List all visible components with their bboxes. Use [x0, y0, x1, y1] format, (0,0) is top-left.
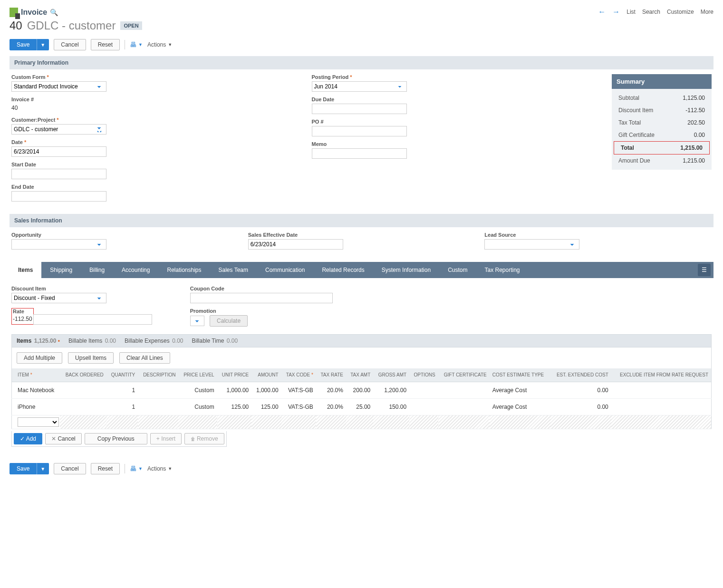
summary-header: Summary — [612, 74, 712, 89]
customer-name: GDLC - customer — [27, 19, 116, 32]
upsell-items-button[interactable]: Upsell Items — [68, 352, 114, 364]
memo-input[interactable] — [312, 148, 407, 159]
nav-back-icon[interactable]: ← — [598, 8, 606, 16]
actions-menu[interactable]: Actions ▼ — [147, 41, 172, 48]
th-price-level[interactable]: PRICE LEVEL — [178, 368, 217, 382]
invoice-no-value: 40 — [11, 104, 302, 112]
invoice-icon — [10, 8, 18, 17]
th-unit-price[interactable]: UNIT PRICE — [217, 368, 252, 382]
start-date-label: Start Date — [11, 162, 302, 167]
subtab-billable-time[interactable]: Billable Time 0.00 — [192, 337, 238, 344]
promotion-select[interactable] — [190, 316, 204, 326]
reset-button[interactable]: Reset — [91, 39, 120, 50]
actions-menu-bottom[interactable]: Actions ▼ — [147, 465, 172, 472]
nav-customize[interactable]: Customize — [667, 9, 694, 15]
subtab-billable-items[interactable]: Billable Items 0.00 — [68, 337, 116, 344]
cancel-button-bottom[interactable]: Cancel — [54, 463, 86, 474]
th-gift-cert[interactable]: GIFT CERTIFICATE — [438, 368, 490, 382]
summary-discount-label: Discount Item — [618, 107, 653, 114]
subtab-items[interactable]: Items 1,125.00 • — [17, 337, 60, 344]
th-cost-est-type[interactable]: COST ESTIMATE TYPE — [490, 368, 550, 382]
top-actions: ← → List Search Customize More — [598, 8, 713, 16]
table-row[interactable]: iPhone 1 Custom 125.00 125.00 VAT:S-GB 2… — [12, 399, 712, 415]
save-button-bottom[interactable]: Save — [10, 463, 37, 474]
print-dropdown-caret-bottom[interactable]: ▼ — [138, 466, 143, 471]
th-gross-amt[interactable]: GROSS AMT — [373, 368, 409, 382]
print-dropdown-caret[interactable]: ▼ — [138, 42, 143, 47]
new-line-item-select[interactable] — [18, 417, 59, 427]
th-exclude[interactable]: EXCLUDE ITEM FROM RATE REQUEST — [611, 368, 712, 382]
custom-form-select[interactable]: Standard Product Invoice — [11, 81, 106, 92]
divider — [125, 40, 125, 49]
invoice-no-label: Invoice # — [11, 96, 302, 102]
tab-shipping[interactable]: Shipping — [41, 262, 81, 278]
date-input[interactable] — [11, 146, 106, 157]
th-back-ordered[interactable]: BACK ORDERED — [60, 368, 106, 382]
calculate-button[interactable]: Calculate — [210, 315, 248, 327]
actions-label: Actions — [147, 41, 166, 48]
tab-communication[interactable]: Communication — [257, 262, 313, 278]
th-tax-rate[interactable]: TAX RATE — [316, 368, 346, 382]
th-quantity[interactable]: QUANTITY — [106, 368, 138, 382]
search-icon[interactable]: 🔍 — [50, 9, 58, 16]
print-icon-bottom[interactable]: 🖶 — [130, 465, 136, 472]
tab-custom[interactable]: Custom — [439, 262, 476, 278]
row-copy-previous-button[interactable]: Copy Previous — [85, 433, 147, 444]
add-multiple-button[interactable]: Add Multiple — [17, 352, 62, 364]
table-row[interactable]: Mac Notebook 1 Custom 1,000.00 1,000.00 … — [12, 382, 712, 399]
posting-period-select[interactable]: Jun 2014 — [312, 81, 407, 92]
opportunity-select[interactable] — [11, 239, 106, 250]
lead-source-select[interactable] — [484, 239, 579, 250]
nav-forward-icon[interactable]: → — [612, 8, 620, 16]
save-dropdown-bottom[interactable]: ▼ — [37, 463, 49, 474]
end-date-input[interactable] — [11, 191, 106, 202]
discount-item-select[interactable]: Discount - Fixed — [11, 293, 106, 303]
tab-relationships[interactable]: Relationships — [158, 262, 210, 278]
table-entry-row[interactable] — [12, 415, 712, 429]
save-dropdown[interactable]: ▼ — [37, 39, 49, 50]
tab-sales-team[interactable]: Sales Team — [210, 262, 257, 278]
po-input[interactable] — [312, 126, 407, 136]
reset-button-bottom[interactable]: Reset — [91, 463, 120, 474]
clear-all-lines-button[interactable]: Clear All Lines — [119, 352, 170, 364]
print-icon[interactable]: 🖶 — [130, 41, 136, 48]
row-add-button[interactable]: Add — [14, 433, 42, 444]
coupon-code-input[interactable] — [190, 293, 333, 303]
summary-tax-value: 202.50 — [687, 119, 705, 126]
customer-project-select[interactable]: GDLC - customer — [11, 124, 106, 135]
discount-item-label: Discount Item — [11, 286, 152, 291]
subtab-billable-expenses[interactable]: Billable Expenses 0.00 — [125, 337, 183, 344]
sales-date-input[interactable] — [248, 239, 343, 250]
th-tax-amt[interactable]: TAX AMT — [346, 368, 373, 382]
nav-more[interactable]: More — [701, 9, 713, 15]
save-button[interactable]: Save — [10, 39, 37, 50]
th-description[interactable]: DESCRIPTION — [138, 368, 178, 382]
line-items-table: ITEM * BACK ORDERED QUANTITY DESCRIPTION… — [11, 368, 712, 429]
row-insert-button[interactable]: Insert — [150, 433, 182, 444]
th-amount[interactable]: AMOUNT — [251, 368, 281, 382]
th-tax-code[interactable]: TAX CODE * — [281, 368, 316, 382]
row-remove-button[interactable]: Remove — [184, 433, 224, 444]
th-est-ext-cost[interactable]: EST. EXTENDED COST — [550, 368, 611, 382]
section-primary-info: Primary Information — [10, 56, 713, 69]
tab-items[interactable]: Items — [10, 262, 41, 278]
rate-input[interactable] — [33, 314, 152, 325]
sales-date-label: Sales Effective Date — [248, 232, 475, 238]
nav-search[interactable]: Search — [642, 9, 660, 15]
start-date-input[interactable] — [11, 169, 106, 179]
status-badge: OPEN — [120, 21, 142, 30]
tab-billing[interactable]: Billing — [81, 262, 113, 278]
nav-list[interactable]: List — [627, 9, 636, 15]
tab-system-information[interactable]: System Information — [373, 262, 439, 278]
tab-menu-icon[interactable]: ☰ — [698, 264, 711, 276]
th-item[interactable]: ITEM * — [12, 368, 60, 382]
cancel-button[interactable]: Cancel — [54, 39, 86, 50]
th-options[interactable]: OPTIONS — [409, 368, 438, 382]
customer-project-label: Customer:Project — [11, 117, 302, 123]
row-cancel-button[interactable]: Cancel — [45, 433, 82, 444]
tab-tax-reporting[interactable]: Tax Reporting — [476, 262, 528, 278]
tab-related-records[interactable]: Related Records — [313, 262, 373, 278]
tab-accounting[interactable]: Accounting — [113, 262, 158, 278]
due-date-input[interactable] — [312, 104, 407, 114]
due-date-label: Due Date — [312, 96, 603, 102]
